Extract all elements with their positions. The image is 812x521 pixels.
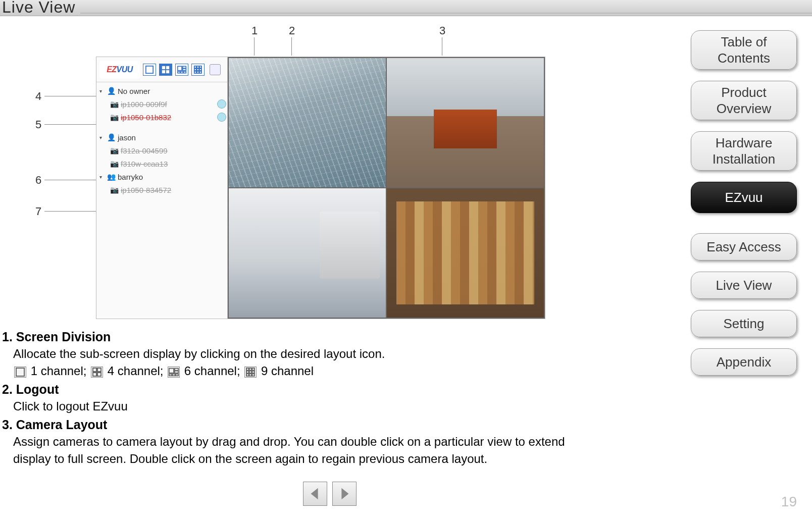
camera-icon: 📷 xyxy=(110,146,119,155)
group-label: barryko xyxy=(118,173,226,181)
camera-tile[interactable] xyxy=(229,188,386,318)
svg-rect-2 xyxy=(166,66,169,69)
camera-tile[interactable] xyxy=(387,58,544,187)
svg-rect-19 xyxy=(199,71,201,73)
expand-icon[interactable]: ▾ xyxy=(99,174,105,180)
arrow-right-icon xyxy=(337,487,351,501)
nav-easy-access-button[interactable]: Easy Access xyxy=(691,233,797,260)
tree-camera[interactable]: 📷 ip1000-009f9f xyxy=(97,97,226,111)
camera-label: f312a-004599 xyxy=(121,146,226,155)
nav-product-overview-button[interactable]: ProductOverview xyxy=(691,81,797,120)
svg-rect-9 xyxy=(181,71,183,73)
ch9-text: 9 channel xyxy=(258,364,314,378)
svg-rect-26 xyxy=(175,369,178,371)
svg-rect-30 xyxy=(176,374,179,376)
camera-label: ip1000-009f9f xyxy=(121,100,214,109)
callout-6-line xyxy=(44,180,100,180)
svg-rect-23 xyxy=(93,373,96,376)
callout-3: 3 xyxy=(439,24,445,37)
svg-rect-17 xyxy=(194,71,196,73)
layout-1ch-icon xyxy=(14,367,26,378)
callout-2: 2 xyxy=(289,24,295,37)
app-toolbar: EZVUU xyxy=(96,57,227,82)
svg-rect-15 xyxy=(197,68,199,70)
nav-label: Setting xyxy=(724,316,765,331)
callout-4-line xyxy=(44,96,100,96)
camera-layout-panel[interactable] xyxy=(228,57,545,319)
svg-rect-8 xyxy=(178,71,180,73)
svg-rect-13 xyxy=(199,66,201,68)
nav-label: HardwareInstallation xyxy=(713,135,775,167)
callout-2-line xyxy=(291,37,292,56)
camera-tile[interactable] xyxy=(387,188,544,318)
layout-4ch-icon[interactable] xyxy=(159,64,172,76)
nav-label: Live View xyxy=(716,278,772,293)
logo-vuu: VUU xyxy=(117,65,133,74)
svg-rect-14 xyxy=(194,68,196,70)
action-circle-icon[interactable] xyxy=(217,99,226,109)
next-page-button[interactable] xyxy=(332,482,357,506)
tree-camera[interactable]: 📷 ip1050-834572 xyxy=(97,183,226,196)
app-window: EZVUU ▾ 👤 No owner 📷 ip1000-009f9f xyxy=(96,57,545,319)
callout-5-line xyxy=(44,124,100,125)
camera-label: ip1050-834572 xyxy=(121,186,226,194)
ch4-text: 4 channel; xyxy=(104,364,167,378)
page-nav xyxy=(303,482,357,506)
svg-rect-24 xyxy=(97,373,101,376)
callout-1: 1 xyxy=(251,24,258,37)
prev-page-button[interactable] xyxy=(303,482,327,506)
svg-rect-10 xyxy=(183,71,186,73)
expand-icon[interactable]: ▾ xyxy=(99,135,105,140)
layout-9ch-icon[interactable] xyxy=(191,64,205,76)
tree-group-noowner[interactable]: ▾ 👤 No owner xyxy=(97,84,226,97)
nav-appendix-button[interactable]: Appendix xyxy=(691,348,797,376)
nav-label: ProductOverview xyxy=(717,85,771,116)
svg-rect-25 xyxy=(169,369,174,373)
svg-rect-4 xyxy=(166,70,169,73)
figure-area: 1 2 3 4 5 6 7 EZVUU ▾ 👤 xyxy=(35,24,561,322)
callout-5: 5 xyxy=(35,118,41,131)
expand-icon[interactable]: ▾ xyxy=(99,88,105,94)
desc-p3: Assign cameras to camera layout by drag … xyxy=(13,433,573,467)
group-label: No owner xyxy=(118,87,226,95)
nav-live-view-button[interactable]: Live View xyxy=(691,272,797,299)
nav-hardware-install-button[interactable]: HardwareInstallation xyxy=(691,131,797,171)
camera-icon: 📷 xyxy=(110,113,119,122)
svg-rect-16 xyxy=(199,68,201,70)
tree-camera[interactable]: 📷 ip1050-01b832 xyxy=(97,111,226,124)
svg-rect-35 xyxy=(249,371,252,374)
layout-9ch-icon xyxy=(244,367,257,378)
desc-p1: Allocate the sub-screen display by click… xyxy=(13,345,573,362)
callout-7: 7 xyxy=(35,205,41,218)
tree-camera[interactable]: 📷 f312a-004599 xyxy=(97,144,226,157)
camera-label: ip1050-01b832 xyxy=(121,113,214,122)
side-nav: Table ofContents ProductOverview Hardwar… xyxy=(691,30,797,376)
camera-icon: 📷 xyxy=(110,185,119,194)
user-icon: 👤 xyxy=(107,86,116,95)
nav-toc-button[interactable]: Table ofContents xyxy=(691,30,797,70)
layout-6ch-icon[interactable] xyxy=(175,64,188,76)
svg-rect-27 xyxy=(175,371,178,373)
svg-rect-37 xyxy=(246,374,249,376)
nav-label: Table ofContents xyxy=(718,34,770,66)
camera-label: f310w-ccaa13 xyxy=(121,160,226,168)
svg-rect-29 xyxy=(172,374,175,376)
logo-ez: EZ xyxy=(107,65,116,74)
callout-1-line xyxy=(254,37,255,56)
svg-rect-39 xyxy=(252,374,255,376)
svg-rect-20 xyxy=(16,368,24,376)
logout-icon[interactable] xyxy=(210,64,221,75)
app-logo: EZVUU xyxy=(99,61,140,79)
svg-rect-12 xyxy=(197,66,199,68)
nav-ezvuu-button[interactable]: EZvuu xyxy=(691,182,797,213)
tree-group-jason[interactable]: ▾ 👤 jason xyxy=(97,131,226,144)
action-circle-icon[interactable] xyxy=(217,113,226,122)
nav-setting-button[interactable]: Setting xyxy=(691,310,797,337)
tree-camera[interactable]: 📷 f310w-ccaa13 xyxy=(97,157,226,170)
tree-group-barryko[interactable]: ▾ 👥 barryko xyxy=(97,170,226,183)
layout-1ch-icon[interactable] xyxy=(143,64,156,76)
user-icon: 👤 xyxy=(107,133,116,142)
camera-tile[interactable] xyxy=(229,58,386,187)
nav-label: Easy Access xyxy=(706,239,781,254)
svg-rect-3 xyxy=(162,70,165,73)
